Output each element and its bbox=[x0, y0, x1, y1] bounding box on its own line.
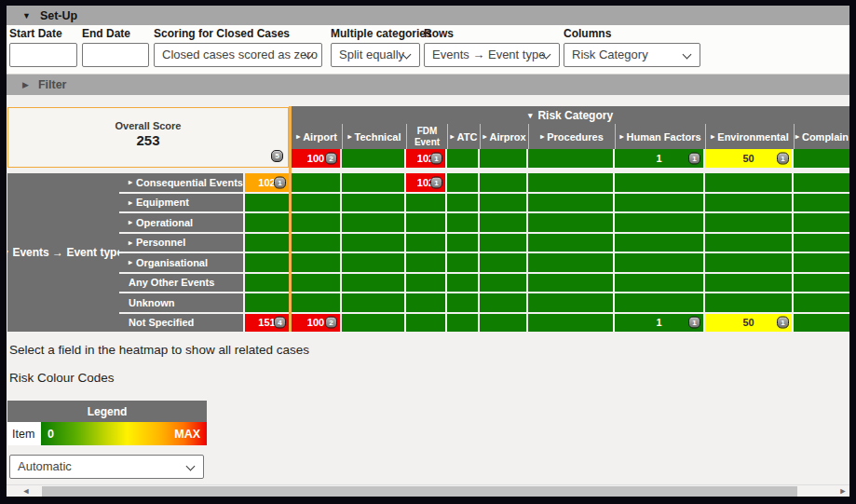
cell-organisational-procedures[interactable] bbox=[528, 253, 613, 272]
cell-personnel-environmental[interactable] bbox=[705, 234, 792, 252]
cell-not-specified-airport[interactable]: 1002 bbox=[292, 314, 340, 333]
cell-personnel-human-factors[interactable] bbox=[615, 234, 703, 252]
row-total-personnel[interactable] bbox=[245, 234, 289, 252]
column-header-environmental[interactable]: ▸Environmental bbox=[705, 124, 794, 149]
column-total-fdm-event[interactable]: 1021 bbox=[406, 149, 445, 168]
column-header-technical[interactable]: ▸Technical bbox=[342, 124, 406, 149]
cell-personnel-procedures[interactable] bbox=[528, 234, 613, 252]
cell-consequential-events-complain[interactable] bbox=[794, 173, 849, 192]
column-header-procedures[interactable]: ▸Procedures bbox=[528, 124, 615, 149]
row-total-operational[interactable] bbox=[245, 213, 289, 232]
cell-unknown-airprox[interactable] bbox=[480, 293, 526, 312]
cell-consequential-events-environmental[interactable] bbox=[705, 173, 792, 192]
column-total-airport[interactable]: 1002 bbox=[292, 149, 340, 168]
scoring-select[interactable]: Closed cases scored as zero bbox=[154, 43, 322, 67]
rows-select[interactable]: Events → Event type bbox=[424, 43, 560, 67]
cell-unknown-environmental[interactable] bbox=[705, 293, 792, 312]
cell-equipment-complain[interactable] bbox=[794, 194, 849, 212]
cell-consequential-events-airport[interactable] bbox=[292, 173, 340, 192]
cell-unknown-airport[interactable] bbox=[292, 293, 340, 312]
cell-personnel-atc[interactable] bbox=[447, 234, 478, 252]
cell-equipment-atc[interactable] bbox=[447, 194, 478, 212]
cell-personnel-airport[interactable] bbox=[292, 234, 340, 252]
legend-mode-select[interactable]: Automatic bbox=[9, 455, 204, 479]
multiple-categories-select[interactable]: Split equally bbox=[331, 43, 420, 67]
row-total-organisational[interactable] bbox=[245, 253, 289, 272]
cell-organisational-technical[interactable] bbox=[342, 253, 404, 272]
cell-unknown-atc[interactable] bbox=[447, 293, 478, 312]
cell-organisational-airport[interactable] bbox=[292, 253, 340, 272]
column-header-complain[interactable]: ▸Complain bbox=[794, 124, 849, 149]
cell-personnel-airprox[interactable] bbox=[480, 234, 526, 252]
scroll-right-arrow-icon[interactable]: ► bbox=[836, 485, 849, 497]
row-total-consequential-events[interactable]: 1021 bbox=[245, 173, 289, 192]
column-header-airprox[interactable]: ▸Airprox bbox=[480, 124, 528, 149]
cell-organisational-environmental[interactable] bbox=[705, 253, 792, 272]
cell-equipment-procedures[interactable] bbox=[528, 194, 613, 212]
cell-not-specified-atc[interactable] bbox=[447, 314, 478, 333]
cell-unknown-procedures[interactable] bbox=[528, 293, 613, 312]
cell-any-other-events-procedures[interactable] bbox=[528, 274, 613, 293]
cell-any-other-events-atc[interactable] bbox=[447, 274, 478, 293]
cell-consequential-events-airprox[interactable] bbox=[480, 173, 526, 192]
overall-score-cell[interactable]: Overall Score 253 5 bbox=[7, 107, 289, 168]
cell-any-other-events-human-factors[interactable] bbox=[615, 274, 703, 293]
cell-any-other-events-airprox[interactable] bbox=[480, 274, 526, 293]
row-header-any-other-events[interactable]: Any Other Events bbox=[119, 274, 243, 293]
cell-operational-human-factors[interactable] bbox=[615, 213, 703, 232]
cell-personnel-technical[interactable] bbox=[342, 234, 404, 252]
filter-section-header[interactable]: ▶ Filter bbox=[7, 75, 849, 95]
cell-operational-airport[interactable] bbox=[292, 213, 340, 232]
end-date-input[interactable] bbox=[82, 43, 149, 67]
column-header-human-factors[interactable]: ▸Human Factors bbox=[615, 124, 705, 149]
cell-not-specified-human-factors[interactable]: 11 bbox=[615, 314, 703, 333]
column-header-atc[interactable]: ▸ATC bbox=[447, 124, 480, 149]
cell-consequential-events-procedures[interactable] bbox=[528, 173, 613, 192]
cell-any-other-events-airport[interactable] bbox=[292, 274, 340, 293]
setup-section-header[interactable]: ▼ Set-Up bbox=[7, 6, 849, 25]
row-header-consequential-events[interactable]: ▸Consequential Events bbox=[119, 173, 243, 192]
cell-operational-complain[interactable] bbox=[794, 213, 849, 232]
horizontal-scrollbar[interactable]: ◄ ► bbox=[7, 484, 849, 497]
column-header-airport[interactable]: ▸Airport bbox=[292, 124, 342, 149]
row-total-any-other-events[interactable] bbox=[245, 274, 289, 293]
cell-organisational-human-factors[interactable] bbox=[615, 253, 703, 272]
cell-not-specified-environmental[interactable]: 501 bbox=[705, 314, 792, 333]
column-total-complain[interactable] bbox=[794, 149, 849, 168]
row-header-equipment[interactable]: ▸Equipment bbox=[119, 194, 243, 212]
columns-select[interactable]: Risk Category bbox=[564, 43, 700, 67]
start-date-input[interactable] bbox=[9, 43, 77, 67]
cell-unknown-technical[interactable] bbox=[342, 293, 404, 312]
column-group-header[interactable]: ▾ Risk Category bbox=[292, 106, 849, 124]
cell-any-other-events-environmental[interactable] bbox=[705, 274, 792, 293]
column-header-fdm-event[interactable]: FDM Event bbox=[406, 124, 447, 149]
cell-any-other-events-complain[interactable] bbox=[794, 274, 849, 293]
cell-organisational-airprox[interactable] bbox=[480, 253, 526, 272]
cell-any-other-events-fdm-event[interactable] bbox=[406, 274, 445, 293]
cell-any-other-events-technical[interactable] bbox=[342, 274, 404, 293]
row-group-header[interactable]: ▾ Events → Event type bbox=[7, 173, 119, 332]
column-total-atc[interactable] bbox=[447, 149, 478, 168]
cell-operational-procedures[interactable] bbox=[528, 213, 613, 232]
cell-equipment-human-factors[interactable] bbox=[615, 194, 703, 212]
column-total-environmental[interactable]: 501 bbox=[705, 149, 792, 168]
row-total-unknown[interactable] bbox=[245, 293, 289, 312]
row-header-not-specified[interactable]: Not Specified bbox=[119, 314, 243, 333]
row-total-equipment[interactable] bbox=[245, 194, 289, 212]
cell-consequential-events-technical[interactable] bbox=[342, 173, 404, 192]
cell-personnel-fdm-event[interactable] bbox=[406, 234, 445, 252]
scroll-left-arrow-icon[interactable]: ◄ bbox=[20, 485, 33, 497]
cell-consequential-events-human-factors[interactable] bbox=[615, 173, 703, 192]
cell-not-specified-airprox[interactable] bbox=[480, 314, 526, 333]
cell-consequential-events-fdm-event[interactable]: 1021 bbox=[406, 173, 445, 192]
cell-organisational-atc[interactable] bbox=[447, 253, 478, 272]
cell-not-specified-fdm-event[interactable] bbox=[406, 314, 445, 333]
column-total-human-factors[interactable]: 11 bbox=[615, 149, 703, 168]
cell-operational-environmental[interactable] bbox=[705, 213, 792, 232]
cell-operational-airprox[interactable] bbox=[480, 213, 526, 232]
cell-equipment-airport[interactable] bbox=[292, 194, 340, 212]
column-total-technical[interactable] bbox=[342, 149, 404, 168]
cell-organisational-complain[interactable] bbox=[794, 253, 849, 272]
cell-operational-atc[interactable] bbox=[447, 213, 478, 232]
column-total-airprox[interactable] bbox=[480, 149, 526, 168]
